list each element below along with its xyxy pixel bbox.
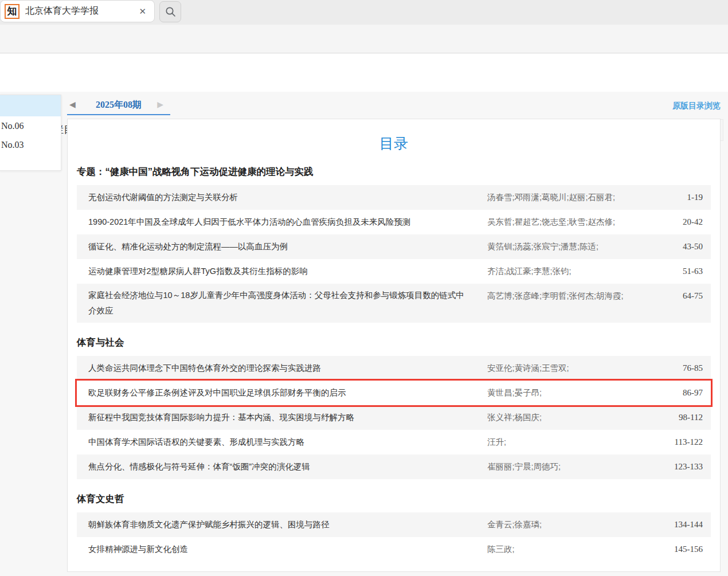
article-authors[interactable]: 齐洁;战江豪;李慧;张钧; xyxy=(487,264,647,279)
article-pages: 43-50 xyxy=(647,239,711,254)
search-icon xyxy=(165,6,176,17)
sidebar-item-selected[interactable] xyxy=(0,95,61,116)
article-title-link[interactable]: 新征程中我国竞技体育国际影响力提升：基本内涵、现实困境与纾解方略 xyxy=(77,410,487,425)
article-pages: 51-63 xyxy=(647,264,711,279)
article-pages: 1-19 xyxy=(647,190,711,205)
issue-tab-bar: ◀ 2025年08期 ▶ xyxy=(67,95,170,115)
section-header: 体育文史哲 xyxy=(77,493,711,506)
article-row[interactable]: 朝鲜族体育非物质文化遗产保护赋能乡村振兴的逻辑、困境与路径金青云;徐嘉璘;134… xyxy=(77,512,711,537)
article-row[interactable]: 欧足联财务公平修正条例述评及对中国职业足球俱乐部财务平衡的启示黄世昌;晏子昂;8… xyxy=(77,381,711,405)
article-title-link[interactable]: 无创运动代谢阈值的方法测定与关联分析 xyxy=(77,190,487,205)
article-pages: 98-112 xyxy=(647,410,711,425)
article-title-link[interactable]: 人类命运共同体理念下中国特色体育外交的理论探索与实践进路 xyxy=(77,361,487,376)
search-button[interactable] xyxy=(159,1,181,22)
article-pages: 20-42 xyxy=(647,214,711,230)
article-authors[interactable]: 黄箔钏;汤蕊;张宸宁;潘慧;陈适; xyxy=(487,239,647,254)
article-title-link[interactable]: 运动健康管理对2型糖尿病人群TyG指数及其衍生指标的影响 xyxy=(77,264,487,279)
article-pages: 64-75 xyxy=(647,288,711,304)
article-authors[interactable]: 汤春雪;邓雨潇;葛晓川;赵丽;石丽君; xyxy=(487,190,647,205)
toc-title: 目录 xyxy=(68,134,720,153)
article-row[interactable]: 女排精神源进与新文化创造陈三政;145-156 xyxy=(77,537,711,562)
tab-underline xyxy=(67,114,170,115)
article-row[interactable]: 1990-2021年中国及全球成年人归因于低水平体力活动的心血管疾病负担及未来风… xyxy=(77,210,711,234)
article-authors[interactable]: 安亚伦;黄诗涵;王雪双; xyxy=(487,361,647,376)
sidebar-item[interactable]: No.03 xyxy=(0,135,61,154)
article-authors[interactable]: 汪升; xyxy=(487,434,647,450)
article-title-link[interactable]: 焦点分化、情感极化与符号延伸：体育“饭圈”冲突的演化逻辑 xyxy=(77,459,487,475)
article-title-link[interactable]: 循证化、精准化运动处方的制定流程——以高血压为例 xyxy=(77,239,487,254)
article-title-link[interactable]: 欧足联财务公平修正条例述评及对中国职业足球俱乐部财务平衡的启示 xyxy=(77,385,487,401)
sidebar-item[interactable]: No.06 xyxy=(0,116,61,135)
article-authors[interactable]: 高艺博;张彦峰;李明哲;张何杰;胡海霞; xyxy=(487,288,647,304)
article-row[interactable]: 无创运动代谢阈值的方法测定与关联分析汤春雪;邓雨潇;葛晓川;赵丽;石丽君;1-1… xyxy=(77,185,711,210)
article-authors[interactable]: 张义祥;杨国庆; xyxy=(487,410,647,425)
article-pages: 86-97 xyxy=(647,385,711,401)
article-row[interactable]: 中国体育学术国际话语权的关键要素、形成机理与实践方略汪升;113-122 xyxy=(77,430,711,454)
article-row[interactable]: 循证化、精准化运动处方的制定流程——以高血压为例黄箔钏;汤蕊;张宸宁;潘慧;陈适… xyxy=(77,234,711,259)
article-row[interactable]: 焦点分化、情感极化与符号延伸：体育“饭圈”冲突的演化逻辑崔丽丽;宁晨;周德巧;1… xyxy=(77,454,711,479)
article-pages: 134-144 xyxy=(647,517,711,532)
header-band xyxy=(0,25,728,53)
article-pages: 113-122 xyxy=(647,434,711,450)
journal-tab[interactable]: 知 北京体育大学学报 ✕ xyxy=(0,0,155,22)
toc-sections: 专题：“健康中国”战略视角下运动促进健康的理论与实践无创运动代谢阈值的方法测定与… xyxy=(68,166,720,562)
original-toc-link[interactable]: 原版目录浏览 xyxy=(672,101,721,111)
article-authors[interactable]: 陈三政; xyxy=(487,542,647,557)
close-icon[interactable]: ✕ xyxy=(136,5,148,18)
cnki-logo-icon: 知 xyxy=(5,4,19,19)
article-title-link[interactable]: 中国体育学术国际话语权的关键要素、形成机理与实践方略 xyxy=(77,434,487,450)
article-title-link[interactable]: 女排精神源进与新文化创造 xyxy=(77,542,487,557)
article-title-link[interactable]: 家庭社会经济地位与10～18岁儿童青少年中高强度身体活动：父母社会支持和参与锻炼… xyxy=(77,288,487,319)
next-issue-icon[interactable]: ▶ xyxy=(157,100,163,109)
article-authors[interactable]: 崔丽丽;宁晨;周德巧; xyxy=(487,459,647,475)
article-authors[interactable]: 金青云;徐嘉璘; xyxy=(487,517,647,532)
section-header: 体育与社会 xyxy=(77,336,711,349)
browse-nav: 览 栏目浏览 统计与评价 主题 xyxy=(0,54,728,92)
article-row[interactable]: 家庭社会经济地位与10～18岁儿童青少年中高强度身体活动：父母社会支持和参与锻炼… xyxy=(77,284,711,323)
article-authors[interactable]: 吴东哲;瞿超艺;饶志坚;耿雪;赵杰修; xyxy=(487,214,647,230)
article-title-link[interactable]: 朝鲜族体育非物质文化遗产保护赋能乡村振兴的逻辑、困境与路径 xyxy=(77,517,487,532)
article-row[interactable]: 人类命运共同体理念下中国特色体育外交的理论探索与实践进路安亚伦;黄诗涵;王雪双;… xyxy=(77,356,711,381)
article-pages: 76-85 xyxy=(647,361,711,376)
article-pages: 145-156 xyxy=(647,542,711,557)
article-title-link[interactable]: 1990-2021年中国及全球成年人归因于低水平体力活动的心血管疾病负担及未来风… xyxy=(77,214,487,230)
issue-sidebar: No.06 No.03 xyxy=(0,95,61,171)
article-row[interactable]: 新征程中我国竞技体育国际影响力提升：基本内涵、现实困境与纾解方略张义祥;杨国庆;… xyxy=(77,405,711,430)
top-bar: 知 北京体育大学学报 ✕ xyxy=(0,0,728,25)
current-issue-tab[interactable]: 2025年08期 xyxy=(67,99,170,111)
article-authors[interactable]: 黄世昌;晏子昂; xyxy=(487,385,647,401)
section-header: 专题：“健康中国”战略视角下运动促进健康的理论与实践 xyxy=(77,166,711,178)
article-pages: 123-133 xyxy=(647,459,711,475)
toc-panel: 目录 专题：“健康中国”战略视角下运动促进健康的理论与实践无创运动代谢阈值的方法… xyxy=(67,119,721,572)
article-row[interactable]: 运动健康管理对2型糖尿病人群TyG指数及其衍生指标的影响齐洁;战江豪;李慧;张钧… xyxy=(77,259,711,284)
journal-tab-title: 北京体育大学学报 xyxy=(25,5,136,17)
